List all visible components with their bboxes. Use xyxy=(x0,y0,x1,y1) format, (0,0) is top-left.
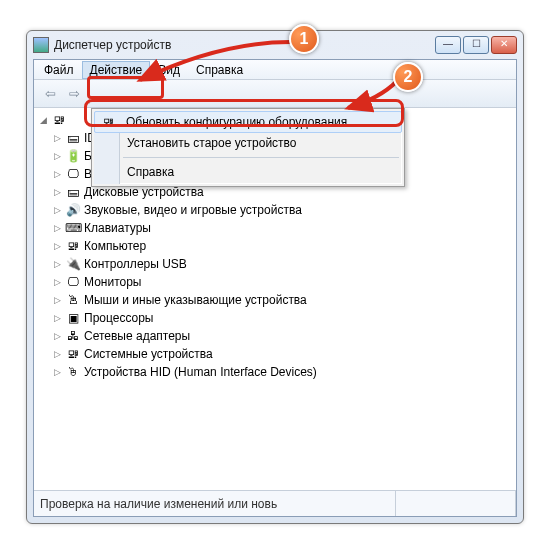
expander-icon[interactable]: ▷ xyxy=(52,313,63,324)
category-icon: ⌨ xyxy=(65,220,81,236)
tree-node[interactable]: ▷🖳Системные устройства xyxy=(52,345,512,363)
menu-scan-label: Обновить конфигурацию оборудования xyxy=(126,115,347,129)
menu-action[interactable]: Действие xyxy=(82,61,151,79)
category-icon: 🖳 xyxy=(65,238,81,254)
menu-add-legacy[interactable]: Установить старое устройство xyxy=(95,132,401,154)
callout-2: 2 xyxy=(393,62,423,92)
expander-icon[interactable]: ▷ xyxy=(52,259,63,270)
menu-view[interactable]: Вид xyxy=(150,61,188,79)
expander-icon[interactable]: ▷ xyxy=(52,349,63,360)
tree-node-label: Дисковые устройства xyxy=(84,185,204,199)
category-icon: 🖴 xyxy=(65,184,81,200)
back-button[interactable]: ⇦ xyxy=(38,83,62,105)
expander-icon[interactable]: ▷ xyxy=(52,331,63,342)
tree-node-label: Клавиатуры xyxy=(84,221,151,235)
expander-icon[interactable]: ▷ xyxy=(52,187,63,198)
tree-node-label: Системные устройства xyxy=(84,347,213,361)
category-icon: 🖯 xyxy=(65,292,81,308)
category-icon: 🖵 xyxy=(65,274,81,290)
menu-scan-hardware[interactable]: 🖳 Обновить конфигурацию оборудования xyxy=(94,111,402,133)
expander-icon[interactable]: ▷ xyxy=(52,223,63,234)
menu-legacy-label: Установить старое устройство xyxy=(127,136,297,150)
expander-icon[interactable]: ▷ xyxy=(52,133,63,144)
statusbar: Проверка на наличие изменений или новь xyxy=(34,490,516,516)
expander-icon[interactable]: ▷ xyxy=(52,241,63,252)
tree-node-label: Звуковые, видео и игровые устройства xyxy=(84,203,302,217)
maximize-button[interactable]: ☐ xyxy=(463,36,489,54)
expander-icon[interactable]: ▷ xyxy=(52,367,63,378)
tree-node-label: Сетевые адаптеры xyxy=(84,329,190,343)
titlebar[interactable]: Диспетчер устройств — ☐ ✕ xyxy=(27,31,523,59)
tree-node[interactable]: ▷▣Процессоры xyxy=(52,309,512,327)
dropdown-separator xyxy=(123,157,399,158)
category-icon: 🖴 xyxy=(65,130,81,146)
menu-dropdown-help[interactable]: Справка xyxy=(95,161,401,183)
status-text: Проверка на наличие изменений или новь xyxy=(34,491,396,516)
expander-icon[interactable]: ▷ xyxy=(52,277,63,288)
tree-node[interactable]: ▷⌨Клавиатуры xyxy=(52,219,512,237)
close-button[interactable]: ✕ xyxy=(491,36,517,54)
tree-node[interactable]: ▷🖵Мониторы xyxy=(52,273,512,291)
category-icon: 🔌 xyxy=(65,256,81,272)
tree-node-label: Мониторы xyxy=(84,275,141,289)
category-icon: 🖰 xyxy=(65,364,81,380)
tree-node-label: Мыши и иные указывающие устройства xyxy=(84,293,307,307)
toolbar: ⇦ ⇨ xyxy=(34,80,516,108)
action-dropdown: 🖳 Обновить конфигурацию оборудования Уст… xyxy=(91,108,405,187)
category-icon: ▣ xyxy=(65,310,81,326)
category-icon: 🖵 xyxy=(65,166,81,182)
menubar: Файл Действие Вид Справка xyxy=(34,60,516,80)
tree-node[interactable]: ▷🔊Звуковые, видео и игровые устройства xyxy=(52,201,512,219)
expander-icon[interactable]: ▷ xyxy=(52,295,63,306)
app-icon xyxy=(33,37,49,53)
expander-icon[interactable]: ▷ xyxy=(52,205,63,216)
category-icon: 🖧 xyxy=(65,328,81,344)
toolbar-separator xyxy=(89,84,90,104)
forward-button[interactable]: ⇨ xyxy=(62,83,86,105)
expander-icon[interactable]: ▷ xyxy=(52,169,63,180)
callout-1: 1 xyxy=(289,24,319,54)
window-frame: Диспетчер устройств — ☐ ✕ Файл Действие … xyxy=(26,30,524,524)
expander-icon[interactable]: ▷ xyxy=(52,151,63,162)
status-cell-2 xyxy=(396,491,516,516)
menu-file[interactable]: Файл xyxy=(36,61,82,79)
category-icon: 🖳 xyxy=(65,346,81,362)
scan-icon: 🖳 xyxy=(100,114,116,130)
tree-node[interactable]: ▷🖧Сетевые адаптеры xyxy=(52,327,512,345)
tree-node-label: Процессоры xyxy=(84,311,154,325)
tree-node[interactable]: ▷🖰Устройства HID (Human Interface Device… xyxy=(52,363,512,381)
tree-node[interactable]: ▷🔌Контроллеры USB xyxy=(52,255,512,273)
window-title: Диспетчер устройств xyxy=(54,38,435,52)
menu-help-label: Справка xyxy=(127,165,174,179)
client-area: Файл Действие Вид Справка ⇦ ⇨ ◢ 🖳 ▷🖴IDE … xyxy=(33,59,517,517)
tree-node[interactable]: ▷🖳Компьютер xyxy=(52,237,512,255)
window-controls: — ☐ ✕ xyxy=(435,36,517,54)
expander-icon[interactable]: ◢ xyxy=(38,115,49,126)
category-icon: 🔊 xyxy=(65,202,81,218)
tree-node[interactable]: ▷🖯Мыши и иные указывающие устройства xyxy=(52,291,512,309)
category-icon: 🔋 xyxy=(65,148,81,164)
computer-icon: 🖳 xyxy=(51,112,67,128)
tree-node-label: Контроллеры USB xyxy=(84,257,187,271)
tree-node-label: Компьютер xyxy=(84,239,146,253)
tree-node-label: Устройства HID (Human Interface Devices) xyxy=(84,365,317,379)
menu-help[interactable]: Справка xyxy=(188,61,251,79)
minimize-button[interactable]: — xyxy=(435,36,461,54)
